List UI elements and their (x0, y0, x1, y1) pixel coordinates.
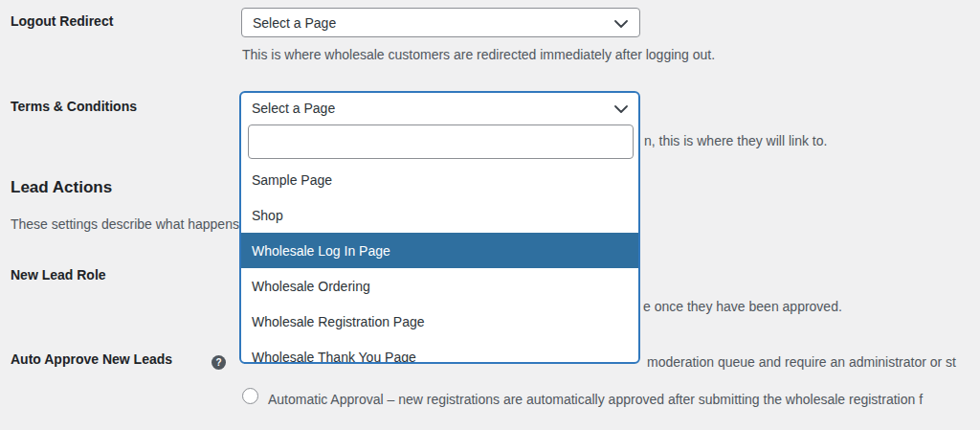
dropdown-option-wholesale-registration-page[interactable]: Wholesale Registration Page (241, 304, 638, 339)
manual-approval-option-fragment: moderation queue and require an administ… (647, 352, 956, 372)
logout-redirect-description: This is where wholesale customers are re… (242, 45, 715, 64)
dropdown-option-wholesale-ordering[interactable]: Wholesale Ordering (241, 268, 638, 304)
lead-actions-description-fragment: These settings describe what happens (11, 215, 239, 234)
dropdown-option-shop[interactable]: Shop (241, 197, 638, 233)
terms-conditions-select[interactable]: Select a Page (241, 93, 638, 124)
new-lead-role-description-fragment: e once they have been approved. (643, 297, 842, 316)
dropdown-option-wholesale-thank-you-page[interactable]: Wholesale Thank You Page (241, 339, 638, 364)
dropdown-search-input[interactable] (248, 124, 634, 159)
help-icon[interactable]: ? (212, 355, 226, 370)
automatic-approval-radio[interactable] (242, 388, 258, 404)
logout-redirect-select-value: Select a Page (253, 15, 336, 31)
dropdown-options-list: Sample Page Shop Wholesale Log In Page W… (241, 162, 638, 364)
auto-approve-new-leads-label: Auto Approve New Leads (11, 351, 172, 367)
terms-conditions-select-dropdown: Select a Page Sample Page Shop Wholesale… (239, 91, 640, 364)
dropdown-option-sample-page[interactable]: Sample Page (241, 162, 638, 197)
automatic-approval-option-label: Automatic Approval – new registrations a… (268, 390, 923, 409)
chevron-down-icon (614, 101, 628, 116)
terms-conditions-description-fragment: n, this is where they will link to. (644, 131, 827, 150)
logout-redirect-select[interactable]: Select a Page (241, 8, 640, 37)
lead-actions-heading: Lead Actions (11, 178, 112, 197)
help-icon-glyph: ? (215, 358, 221, 368)
logout-redirect-label: Logout Redirect (11, 13, 113, 29)
chevron-down-icon (614, 15, 628, 31)
new-lead-role-label: New Lead Role (11, 267, 106, 283)
terms-conditions-label: Terms & Conditions (11, 99, 137, 114)
terms-conditions-select-value: Select a Page (252, 101, 335, 116)
dropdown-option-wholesale-log-in-page[interactable]: Wholesale Log In Page (241, 233, 638, 268)
